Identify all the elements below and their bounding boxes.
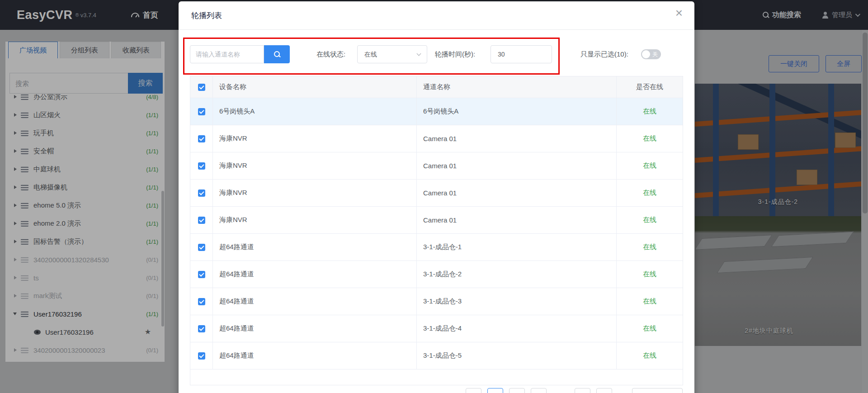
cell-online-status: 在线 xyxy=(617,207,683,233)
toggle-off-label: 关 xyxy=(652,49,658,59)
chevron-down-icon xyxy=(417,52,421,56)
cell-device-name: 海康NVR xyxy=(213,180,417,206)
row-checkbox[interactable] xyxy=(198,352,205,360)
row-checkbox[interactable] xyxy=(198,189,205,197)
cell-channel-name: 3-1-成品仓-4 xyxy=(417,315,617,342)
row-checkbox[interactable] xyxy=(198,325,205,332)
page-button[interactable] xyxy=(531,388,547,393)
cell-device-name: 超64路通道 xyxy=(213,288,417,315)
cell-channel-name: 3-1-成品仓-3 xyxy=(417,288,617,315)
cell-online-status: 在线 xyxy=(617,234,683,260)
page-button[interactable] xyxy=(466,388,481,393)
page-size-select[interactable] xyxy=(632,388,683,393)
channel-search-button[interactable] xyxy=(264,45,290,63)
cell-online-status: 在线 xyxy=(617,125,683,152)
cell-channel-name: Camera 01 xyxy=(417,152,617,179)
cell-device-name: 超64路通道 xyxy=(213,234,417,260)
cell-channel-name: Camera 01 xyxy=(417,125,617,152)
page-button[interactable] xyxy=(487,388,503,393)
page-ellipsis xyxy=(552,388,569,393)
page-ellipsis xyxy=(618,388,626,393)
cell-channel-name: Camera 01 xyxy=(417,180,617,206)
table-row[interactable]: 海康NVRCamera 01在线 xyxy=(190,152,683,180)
cell-online-status: 在线 xyxy=(617,152,683,179)
cell-online-status: 在线 xyxy=(617,261,683,288)
online-status-select[interactable]: 在线 xyxy=(357,45,427,63)
table-row[interactable]: 超64路通道3-1-成品仓-1在线 xyxy=(190,234,683,261)
modal-title: 轮播列表 xyxy=(191,10,222,21)
cell-online-status: 在线 xyxy=(617,342,683,369)
pagination xyxy=(466,388,689,393)
row-checkbox[interactable] xyxy=(198,244,205,251)
interval-label: 轮播时间(秒): xyxy=(435,45,475,63)
header-device-name: 设备名称 xyxy=(213,76,417,98)
search-icon xyxy=(274,51,280,57)
filter-bar: 在线状态: 在线 轮播时间(秒): 只显示已选(10): 关 xyxy=(179,45,694,63)
table-header-row: 设备名称 通道名称 是否在线 xyxy=(190,76,683,98)
row-checkbox[interactable] xyxy=(198,135,205,142)
table-row[interactable]: 海康NVRCamera 01在线 xyxy=(190,207,683,234)
cell-device-name: 海康NVR xyxy=(213,125,417,152)
table-row[interactable]: 海康NVRCamera 01在线 xyxy=(190,180,683,207)
only-selected-label: 只显示已选(10): xyxy=(580,45,628,63)
cell-channel-name: Camera 01 xyxy=(417,207,617,233)
cell-device-name: 海康NVR xyxy=(213,152,417,179)
cell-online-status: 在线 xyxy=(617,180,683,206)
cell-channel-name: 3-1-成品仓-5 xyxy=(417,342,617,369)
page-button[interactable] xyxy=(509,388,525,393)
header-channel-name: 通道名称 xyxy=(417,76,617,98)
table-row[interactable]: 超64路通道3-1-成品仓-4在线 xyxy=(190,315,683,342)
cell-online-status: 在线 xyxy=(617,288,683,315)
interval-input[interactable] xyxy=(491,45,552,63)
select-all-checkbox[interactable] xyxy=(198,84,205,91)
carousel-list-modal: 轮播列表 × 在线状态: 在线 轮播时间(秒): 只显示已选(10): 关 设备… xyxy=(179,1,694,393)
table-row[interactable]: 海康NVRCamera 01在线 xyxy=(190,125,683,152)
header-is-online: 是否在线 xyxy=(617,76,683,98)
row-checkbox[interactable] xyxy=(198,217,205,224)
cell-online-status: 在线 xyxy=(617,315,683,342)
cell-online-status: 在线 xyxy=(617,98,683,125)
cell-device-name: 6号岗镜头A xyxy=(213,98,417,125)
table-footer-strip xyxy=(190,369,683,385)
only-selected-toggle[interactable]: 关 xyxy=(641,49,661,59)
channel-table: 设备名称 通道名称 是否在线 6号岗镜头A6号岗镜头A在线海康NVRCamera… xyxy=(190,76,683,385)
row-checkbox[interactable] xyxy=(198,298,205,305)
cell-device-name: 超64路通道 xyxy=(213,261,417,288)
modal-header: 轮播列表 × xyxy=(179,1,694,30)
row-checkbox[interactable] xyxy=(198,162,205,170)
table-row[interactable]: 超64路通道3-1-成品仓-5在线 xyxy=(190,342,683,369)
row-checkbox[interactable] xyxy=(198,271,205,278)
close-icon[interactable]: × xyxy=(675,7,683,19)
page-button[interactable] xyxy=(575,388,590,393)
cell-channel-name: 3-1-成品仓-1 xyxy=(417,234,617,260)
table-row[interactable]: 超64路通道3-1-成品仓-2在线 xyxy=(190,261,683,288)
row-checkbox[interactable] xyxy=(198,108,205,115)
cell-device-name: 超64路通道 xyxy=(213,342,417,369)
cell-channel-name: 6号岗镜头A xyxy=(417,98,617,125)
online-status-value: 在线 xyxy=(364,51,377,58)
table-row[interactable]: 6号岗镜头A6号岗镜头A在线 xyxy=(190,98,683,125)
table-row[interactable]: 超64路通道3-1-成品仓-3在线 xyxy=(190,288,683,315)
channel-name-input[interactable] xyxy=(190,45,264,63)
cell-channel-name: 3-1-成品仓-2 xyxy=(417,261,617,288)
cell-device-name: 海康NVR xyxy=(213,207,417,233)
page-button[interactable] xyxy=(596,388,612,393)
online-status-label: 在线状态: xyxy=(316,45,345,63)
cell-device-name: 超64路通道 xyxy=(213,315,417,342)
